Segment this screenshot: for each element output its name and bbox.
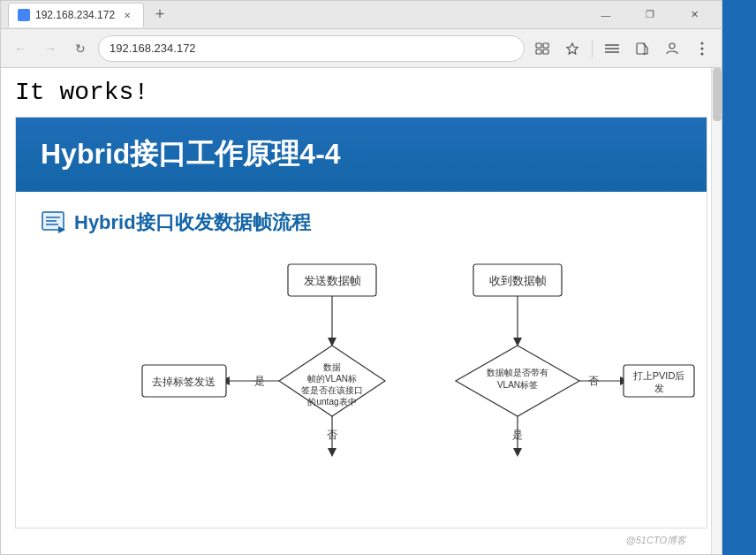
- forward-button[interactable]: →: [38, 36, 63, 61]
- scroll-thumb[interactable]: [713, 68, 722, 121]
- section-title-text: Hybrid接口收发数据帧流程: [74, 209, 311, 236]
- svg-text:收到数据帧: 收到数据帧: [489, 274, 547, 287]
- minimize-button[interactable]: —: [586, 1, 626, 29]
- slide-header: Hybrid接口工作原理4-4: [16, 118, 707, 192]
- svg-point-12: [669, 43, 675, 49]
- window-controls: — ❐ ✕: [586, 1, 714, 29]
- slide-container: Hybrid接口工作原理4-4 Hybrid接口收发数据帧流程: [15, 117, 707, 528]
- svg-marker-4: [567, 43, 578, 54]
- slide-body: Hybrid接口收发数据帧流程 发送数据帧 收到数据帧: [16, 192, 707, 528]
- profile-icon[interactable]: [660, 36, 684, 61]
- svg-point-14: [701, 47, 704, 49]
- svg-text:的untag表中: 的untag表中: [307, 397, 356, 407]
- more-button[interactable]: [690, 36, 714, 61]
- svg-point-15: [701, 52, 704, 55]
- back-button[interactable]: ←: [8, 36, 33, 61]
- address-input[interactable]: [98, 35, 525, 62]
- svg-point-13: [701, 42, 704, 44]
- svg-marker-53: [513, 448, 522, 457]
- tab-favicon: [18, 9, 30, 21]
- svg-text:数据帧是否带有: 数据帧是否带有: [487, 368, 548, 377]
- svg-text:签是否在该接口: 签是否在该接口: [301, 385, 363, 395]
- slide-title: Hybrid接口工作原理4-4: [41, 135, 682, 174]
- flowchart-svg: 发送数据帧 收到数据帧 数据 帧的VLAN标: [41, 257, 703, 496]
- collections-icon[interactable]: [530, 36, 555, 61]
- watermark: @51CTO博客: [626, 534, 686, 547]
- svg-rect-8: [637, 43, 645, 54]
- title-bar-left: 192.168.234.172 ✕ +: [8, 3, 586, 27]
- address-bar: ← → ↻: [1, 29, 722, 68]
- svg-marker-42: [328, 448, 336, 457]
- svg-text:数据: 数据: [323, 362, 341, 372]
- favorites-icon[interactable]: [560, 36, 585, 61]
- new-tab-button[interactable]: +: [147, 3, 172, 27]
- svg-text:帧的VLAN标: 帧的VLAN标: [307, 374, 357, 384]
- svg-rect-0: [536, 43, 541, 48]
- svg-text:发送数据帧: 发送数据帧: [304, 274, 361, 287]
- it-works-text: It works!: [1, 68, 722, 117]
- restore-button[interactable]: ❐: [630, 1, 670, 29]
- svg-text:VLAN标签: VLAN标签: [497, 380, 538, 390]
- svg-rect-1: [543, 43, 548, 48]
- svg-text:打上PVID后: 打上PVID后: [632, 370, 685, 381]
- svg-rect-2: [536, 49, 541, 54]
- browser-window: 192.168.234.172 ✕ + — ❐ ✕ ← →: [0, 0, 722, 555]
- svg-text:去掉标签发送: 去掉标签发送: [152, 376, 215, 388]
- close-button[interactable]: ✕: [674, 1, 714, 29]
- svg-rect-3: [543, 49, 548, 54]
- edit-icon[interactable]: [630, 36, 654, 61]
- desktop-taskbar-area: [722, 0, 756, 555]
- title-bar: 192.168.234.172 ✕ + — ❐ ✕: [1, 1, 722, 29]
- menu-icon[interactable]: [600, 36, 624, 61]
- scrollbar[interactable]: [711, 68, 722, 554]
- section-title-row: Hybrid接口收发数据帧流程: [41, 209, 682, 236]
- svg-text:发: 发: [654, 383, 664, 393]
- section-icon: [41, 210, 65, 235]
- refresh-button[interactable]: ↻: [68, 36, 93, 61]
- tab-close-button[interactable]: ✕: [120, 8, 134, 22]
- flowchart: 发送数据帧 收到数据帧 数据 帧的VLAN标: [41, 257, 682, 505]
- browser-tab[interactable]: 192.168.234.172 ✕: [8, 3, 144, 27]
- tab-label: 192.168.234.172: [35, 9, 115, 21]
- toolbar-icons: [530, 36, 714, 61]
- page-content: It works! Hybrid接口工作原理4-4 Hybr: [1, 68, 722, 554]
- separator: [592, 40, 593, 57]
